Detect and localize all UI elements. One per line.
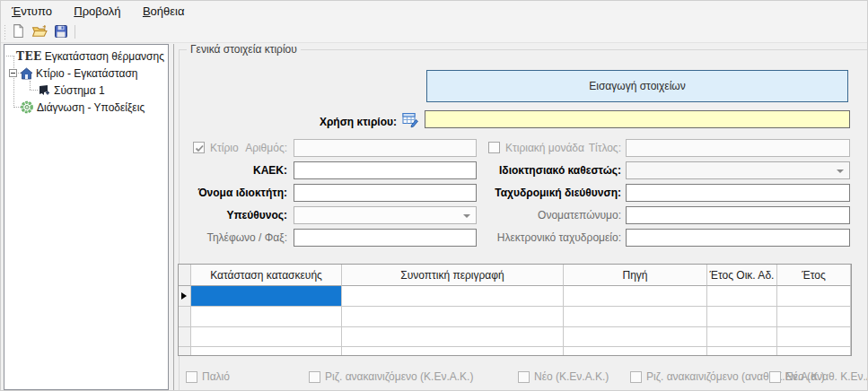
owner-name-label: Όνομα ιδιοκτήτη:: [174, 184, 287, 202]
tree-connector: [30, 81, 31, 90]
postal-address-label: Ταχυδρομική διεύθυνση:: [443, 184, 621, 202]
tree-item-building-installation[interactable]: Κτίριο - Εγκατάσταση: [9, 65, 138, 81]
postal-address-input[interactable]: [626, 184, 850, 202]
checkbox-label: Παλιό: [202, 370, 230, 383]
responsible-label: Υπεύθυνος:: [174, 206, 287, 224]
menu-provoli[interactable]: Προβολή: [66, 1, 127, 22]
kaek-label: ΚΑΕΚ:: [174, 161, 287, 179]
email-label: Ηλεκτρονικό ταχυδρομείο:: [443, 229, 621, 247]
checkbox-label: Νέο (αναθ. Κ.Εν.Α.Κ.): [785, 370, 868, 383]
building-use-input[interactable]: [425, 110, 850, 128]
table-cell[interactable]: [707, 286, 777, 307]
table-cell[interactable]: [191, 307, 342, 327]
toolbar: [1, 22, 867, 43]
row-selector-cell[interactable]: [179, 347, 191, 356]
checkbox-radically-renovated-kenak[interactable]: Ριζ. ανακαινιζόμενο (Κ.Εν.Α.Κ.): [309, 369, 473, 384]
table-cell[interactable]: [564, 327, 707, 347]
number-label: Αριθμός:: [174, 139, 287, 157]
table-cell[interactable]: [564, 347, 707, 356]
table-cell[interactable]: [707, 347, 777, 356]
open-file-button[interactable]: [31, 23, 48, 41]
tree-item-label: Σύστημα 1: [54, 84, 105, 97]
column-header-permit-year[interactable]: Έτος Οικ. Αδ.: [707, 265, 777, 286]
checkbox-icon: [769, 371, 781, 383]
phone-fax-label: Τηλέφωνο / Φαξ:: [174, 229, 287, 247]
tree-item-system-1[interactable]: Σύστημα 1: [38, 83, 105, 98]
system-icon: [38, 84, 51, 97]
chevron-down-icon: [837, 169, 844, 173]
table-cell[interactable]: [342, 307, 564, 327]
table-cell[interactable]: [191, 327, 342, 347]
menu-voitheia[interactable]: Βοήθεια: [136, 1, 192, 22]
building-unit-checkbox[interactable]: [488, 142, 500, 153]
tree-item-label: Διάγνωση - Υποδείξεις: [37, 101, 145, 114]
number-input[interactable]: [294, 139, 477, 157]
new-document-icon: [11, 23, 26, 41]
tree-item-label: Εγκατάσταση θέρμανσης: [45, 50, 164, 63]
construction-table: Κατάσταση κατασκευής Συνοπτική περιγραφή…: [178, 264, 852, 356]
table-cell[interactable]: [707, 327, 777, 347]
new-document-button[interactable]: [9, 23, 27, 41]
table-cell[interactable]: [777, 286, 851, 307]
app-window: Έντυπο Προβολή Βοήθεια: [0, 0, 868, 391]
diagnosis-gear-icon: [20, 100, 34, 114]
title-label: Τίτλος:: [533, 139, 621, 157]
checkbox-old[interactable]: Παλιό: [186, 369, 230, 384]
navigation-tree: TEE Εγκατάσταση θέρμανσης Κτίριο - Εγκατ…: [4, 44, 169, 390]
tee-logo: TEE: [16, 50, 42, 63]
table-cell[interactable]: [777, 307, 851, 327]
fullname-label: Ονοματεπώνυμο:: [443, 206, 621, 224]
toolbar-grip: [4, 25, 6, 39]
table-cell[interactable]: [342, 286, 564, 307]
table-cell[interactable]: [342, 327, 564, 347]
collapse-icon[interactable]: [9, 69, 17, 77]
table-cell[interactable]: [777, 347, 851, 356]
toolbar-separator: [75, 25, 75, 39]
table-cell[interactable]: [777, 327, 851, 347]
row-selector-header[interactable]: [179, 265, 191, 286]
column-header-description[interactable]: Συνοπτική περιγραφή: [342, 265, 564, 286]
ownership-label: Ιδιοκτησιακό καθεστώς:: [443, 161, 621, 179]
table-cell-selected[interactable]: [191, 286, 342, 307]
home-icon: [20, 67, 33, 80]
row-selector-cell[interactable]: [179, 327, 191, 347]
row-selector-cell[interactable]: [179, 286, 191, 307]
menu-entypo[interactable]: Έντυπο: [4, 1, 59, 22]
open-folder-icon: [31, 23, 48, 41]
tree-item-label: Κτίριο - Εγκατάσταση: [36, 67, 138, 80]
row-selector-cell[interactable]: [179, 307, 191, 327]
checkbox-label: Νέο (Κ.Εν.Α.Κ.): [534, 370, 609, 383]
column-header-year[interactable]: Έτος: [777, 265, 851, 286]
checkbox-new-kenak[interactable]: Νέο (Κ.Εν.Α.Κ.): [518, 369, 609, 384]
menu-bar: Έντυπο Προβολή Βοήθεια: [1, 1, 867, 22]
tree-connector: [30, 90, 38, 91]
fullname-input[interactable]: [626, 206, 850, 224]
checkbox-new-revised-kenak[interactable]: Νέο (αναθ. Κ.Εν.Α.Κ.): [769, 369, 868, 384]
table-cell[interactable]: [564, 286, 707, 307]
insert-data-button[interactable]: Εισαγωγή στοιχείων: [426, 70, 848, 102]
column-header-source[interactable]: Πηγή: [564, 265, 707, 286]
main-panel: Γενικά στοιχεία κτιρίου Εισαγωγή στοιχεί…: [173, 44, 868, 391]
current-row-arrow-icon: [181, 292, 187, 300]
checkbox-icon: [518, 371, 530, 383]
checkbox-icon: [309, 371, 320, 383]
checkbox-icon: [630, 371, 642, 383]
checkbox-label: Ριζ. ανακαινιζόμενο (Κ.Εν.Α.Κ.): [325, 370, 473, 383]
title-input[interactable]: [626, 139, 850, 157]
table-cell[interactable]: [707, 307, 777, 327]
building-use-label: Χρήση κτιρίου:: [228, 113, 397, 131]
email-input[interactable]: [626, 229, 850, 247]
save-floppy-icon: [54, 24, 68, 41]
column-header-construction-state[interactable]: Κατάσταση κατασκευής: [191, 265, 342, 286]
ownership-dropdown[interactable]: [626, 161, 850, 179]
tree-item-diagnosis[interactable]: Διάγνωση - Υποδείξεις: [20, 100, 145, 115]
building-use-picker-icon[interactable]: [402, 111, 419, 131]
tree-item-tee-root[interactable]: TEE Εγκατάσταση θέρμανσης: [16, 48, 164, 64]
save-file-button[interactable]: [52, 23, 70, 41]
table-cell[interactable]: [342, 347, 564, 356]
table-cell[interactable]: [564, 307, 707, 327]
checkbox-icon: [186, 371, 197, 383]
tree-connector: [13, 56, 14, 108]
table-cell[interactable]: [191, 347, 342, 356]
tree-connector: [6, 56, 14, 56]
